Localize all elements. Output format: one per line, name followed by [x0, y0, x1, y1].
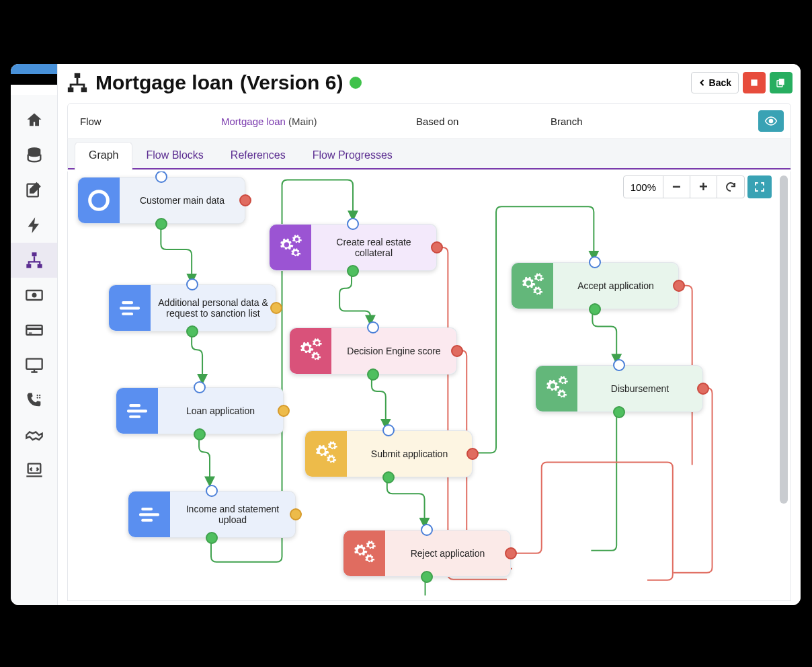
sidebar-item-database[interactable]	[11, 138, 57, 173]
flow-node-reject[interactable]: Reject application	[343, 530, 511, 577]
node-type-icon	[78, 178, 120, 223]
port-alt[interactable]	[278, 405, 290, 417]
title-version: (Version 6)	[240, 71, 343, 94]
sidebar-item-handshake[interactable]	[11, 418, 57, 453]
fullscreen-button[interactable]	[747, 175, 772, 198]
port-success[interactable]	[367, 368, 379, 381]
flow-name-cell[interactable]: Mortgage loan (Main)	[209, 116, 404, 127]
sitemap-icon	[25, 251, 44, 270]
copy-icon	[776, 77, 786, 88]
sidebar-item-edit[interactable]	[11, 173, 57, 208]
svg-rect-19	[751, 79, 757, 85]
svg-rect-16	[75, 73, 81, 77]
port-alt[interactable]	[290, 508, 302, 520]
sidebar-item-home[interactable]	[11, 103, 57, 138]
port-success[interactable]	[194, 428, 206, 440]
sidebar-item-money[interactable]	[11, 278, 57, 313]
money-icon	[25, 286, 44, 305]
port-in[interactable]	[382, 424, 395, 436]
back-label: Back	[709, 77, 731, 88]
card-icon	[25, 321, 44, 340]
port-in[interactable]	[613, 359, 625, 371]
stop-icon	[749, 78, 759, 87]
svg-rect-31	[139, 513, 159, 516]
sidebar-item-flow[interactable]	[11, 243, 57, 278]
port-alt[interactable]	[239, 194, 251, 206]
port-success[interactable]	[613, 406, 625, 418]
back-button[interactable]: Back	[691, 72, 739, 93]
port-in[interactable]	[194, 381, 206, 393]
port-alt[interactable]	[505, 547, 517, 559]
scrollbar[interactable]	[780, 175, 788, 596]
node-label: Additional personal data & request to sa…	[151, 285, 276, 331]
canvas-toolbar: 100% − +	[623, 175, 772, 198]
node-label: Customer main data	[120, 178, 245, 223]
tab-references[interactable]: References	[217, 143, 299, 169]
sidebar-item-bolt[interactable]	[11, 208, 57, 243]
port-in[interactable]	[589, 256, 601, 268]
flow-node-start[interactable]: Customer main data	[77, 177, 245, 224]
port-in[interactable]	[367, 321, 379, 334]
port-success[interactable]	[421, 571, 433, 583]
refresh-icon	[725, 181, 737, 193]
node-type-icon	[128, 492, 170, 537]
port-success[interactable]	[186, 325, 198, 338]
port-in[interactable]	[186, 278, 198, 290]
handshake-icon	[25, 426, 44, 444]
flow-label: Flow	[68, 116, 209, 127]
svg-rect-3	[26, 264, 31, 268]
port-alt[interactable]	[466, 448, 479, 460]
refresh-button[interactable]	[717, 176, 744, 198]
port-success[interactable]	[347, 265, 359, 277]
eye-icon	[764, 114, 778, 128]
stop-button[interactable]	[743, 72, 766, 93]
port-alt[interactable]	[451, 345, 463, 357]
port-success[interactable]	[155, 218, 167, 230]
svg-point-22	[770, 120, 773, 123]
flow-node-personal[interactable]: Additional personal data & request to sa…	[108, 284, 276, 331]
tab-flow-blocks[interactable]: Flow Blocks	[132, 143, 216, 169]
flow-canvas[interactable]: Customer main dataAdditional personal da…	[68, 171, 790, 600]
sidebar-item-code[interactable]	[11, 453, 57, 487]
flow-node-score[interactable]: Decision Engine score	[289, 327, 457, 375]
zoom-in-button[interactable]: +	[690, 176, 717, 198]
copy-button[interactable]	[770, 72, 793, 93]
flow-node-accept[interactable]: Accept application	[511, 262, 679, 309]
branch-label: Branch	[538, 116, 673, 127]
port-success[interactable]	[382, 471, 395, 483]
node-label: Loan application	[158, 388, 283, 434]
flow-node-disburse[interactable]: Disbursement	[535, 365, 703, 412]
flow-name-link[interactable]: Mortgage loan	[221, 116, 286, 127]
expand-icon	[754, 181, 766, 193]
port-in[interactable]	[421, 524, 433, 536]
monitor-icon	[25, 356, 44, 375]
tab-graph[interactable]: Graph	[75, 142, 132, 171]
port-alt[interactable]	[270, 302, 282, 314]
flow-node-income[interactable]: Income and statement upload	[128, 491, 296, 538]
zoom-out-button[interactable]: −	[663, 176, 690, 198]
svg-rect-24	[122, 301, 133, 304]
svg-rect-10	[26, 359, 42, 369]
node-label: Create real estate collateral	[311, 225, 436, 270]
sidebar-item-monitor[interactable]	[11, 348, 57, 383]
port-in[interactable]	[347, 218, 359, 230]
node-label: Income and statement upload	[170, 492, 295, 537]
port-alt[interactable]	[697, 383, 709, 395]
port-success[interactable]	[206, 532, 218, 544]
flow-node-collateral[interactable]: Create real estate collateral	[269, 224, 437, 271]
flow-node-submit[interactable]: Submit application	[304, 430, 473, 477]
sidebar-item-phone[interactable]	[11, 383, 57, 418]
bolt-icon	[25, 216, 44, 235]
canvas-wrap: Customer main dataAdditional personal da…	[67, 171, 791, 601]
svg-point-14	[39, 397, 40, 398]
port-alt[interactable]	[673, 280, 685, 292]
port-alt[interactable]	[431, 241, 443, 253]
node-type-icon	[270, 225, 311, 270]
port-in[interactable]	[206, 485, 218, 497]
view-button[interactable]	[758, 110, 784, 132]
flow-node-loanapp[interactable]: Loan application	[116, 387, 284, 434]
titlebar: Mortgage loan (Version 6) Back	[58, 64, 801, 101]
sidebar-item-card[interactable]	[11, 313, 57, 348]
tab-flow-progresses[interactable]: Flow Progresses	[299, 143, 406, 169]
port-success[interactable]	[589, 303, 601, 315]
